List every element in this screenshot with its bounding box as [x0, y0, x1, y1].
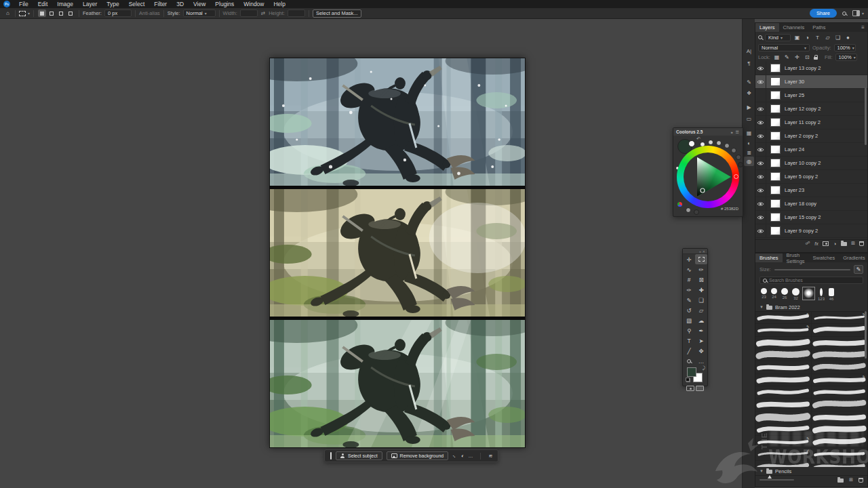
recent-brush-tip[interactable]: 46	[829, 288, 834, 301]
cool-blue-version[interactable]	[270, 58, 525, 186]
layer-thumbnail[interactable]	[770, 186, 781, 195]
layers-tab-paths[interactable]: Paths	[808, 23, 829, 32]
history-brush-tool[interactable]: ↺	[683, 305, 695, 315]
layer-visibility-toggle[interactable]	[755, 62, 766, 75]
layer-visibility-toggle[interactable]	[755, 197, 766, 210]
value-swatch[interactable]	[716, 140, 722, 146]
layer-row[interactable]: Layer 10 copy 2	[755, 157, 867, 170]
layer-row[interactable]: Layer 24	[755, 143, 867, 157]
menu-edit[interactable]: Edit	[33, 0, 53, 8]
fill-input[interactable]: 100%▾	[835, 54, 857, 61]
default-colors-icon[interactable]	[686, 378, 690, 382]
layer-visibility-toggle[interactable]	[755, 116, 766, 129]
lock-pixels-icon[interactable]: ✎	[783, 54, 791, 60]
anti-alias-checkbox-label[interactable]: Anti-alias	[139, 10, 160, 16]
brush-stroke-preview[interactable]: ✎	[812, 312, 868, 324]
brush-stroke-preview[interactable]: ✓	[812, 436, 868, 448]
add-mask-icon[interactable]	[823, 241, 829, 246]
adjustments-panel-icon[interactable]: ◐	[744, 138, 754, 148]
shape-filter-icon[interactable]: ▱	[824, 34, 831, 41]
layer-visibility-toggle[interactable]	[755, 170, 766, 183]
new-brush-group-icon[interactable]	[837, 479, 844, 483]
menu-file[interactable]: File	[14, 0, 33, 8]
gradient-tool[interactable]: ▨	[683, 315, 695, 325]
adjustment-filter-icon[interactable]: ◑	[804, 34, 811, 41]
menu-image[interactable]: Image	[52, 0, 78, 8]
toolbar-grip[interactable]: »✕	[683, 249, 707, 254]
bottom-swatch[interactable]	[694, 209, 699, 215]
edit-toolbar[interactable]: …	[695, 356, 707, 366]
recent-brush-tip[interactable]	[804, 288, 814, 299]
lasso-tool[interactable]: ∿	[683, 264, 695, 274]
taskbar-drag-handle[interactable]	[330, 452, 332, 460]
lock-all-icon[interactable]	[814, 57, 818, 60]
layer-visibility-toggle[interactable]	[755, 129, 766, 142]
select-subject-button[interactable]: Select subject	[336, 451, 382, 460]
brush-stroke-preview[interactable]	[755, 461, 812, 467]
coolorus-panel-icon[interactable]: ◎	[744, 157, 754, 166]
brushes-tab-swatches[interactable]: Swatches	[809, 253, 840, 262]
brush-stroke-preview[interactable]	[812, 411, 868, 424]
recent-brush-tip[interactable]: 123	[818, 288, 825, 301]
menu-layer[interactable]: Layer	[78, 0, 102, 8]
blend-mode-select[interactable]: Normal▾	[758, 44, 810, 52]
histogram-panel-icon[interactable]: ▦	[744, 128, 754, 138]
type-filter-icon[interactable]: T	[814, 34, 821, 41]
search-icon[interactable]	[842, 12, 846, 16]
opacity-input[interactable]: 100%▾	[834, 44, 856, 52]
eyedropper-tool[interactable]: ✑	[683, 285, 695, 295]
brush-stroke-preview[interactable]	[812, 337, 868, 349]
recent-brush-tip[interactable]: 26	[781, 288, 788, 300]
brush-stroke-preview[interactable]	[812, 424, 868, 436]
style-select[interactable]: Normal▾	[183, 9, 216, 17]
layer-thumbnail[interactable]	[770, 104, 781, 113]
workspace-switcher-icon[interactable]	[852, 10, 860, 16]
brush-stroke-preview[interactable]: ✓	[755, 448, 812, 460]
clone-stamp-tool[interactable]: ❏	[695, 295, 707, 305]
brush-stroke-preview[interactable]	[755, 337, 812, 349]
brush-settings-panel-icon[interactable]: ✎	[744, 77, 754, 87]
zoom-tool[interactable]	[683, 356, 695, 366]
brush-stroke-preview[interactable]	[755, 386, 812, 399]
new-adjustment-layer-icon[interactable]: ◑	[832, 241, 837, 246]
brush-size-slider-bottom[interactable]	[760, 479, 794, 481]
transform-icon[interactable]: ↔	[452, 453, 458, 460]
menu-view[interactable]: View	[189, 0, 210, 8]
brush-stroke-preview[interactable]	[812, 386, 868, 399]
glyphs-panel-icon[interactable]: ≣	[744, 148, 754, 157]
line-tool[interactable]: ╱	[683, 346, 695, 356]
quick-mask-button[interactable]	[686, 386, 694, 391]
rgb-mode-icon[interactable]	[677, 202, 682, 207]
select-and-mask-button[interactable]: Select and Mask...	[313, 9, 361, 18]
add-to-selection-button[interactable]	[47, 9, 56, 17]
new-layer-icon[interactable]: ⊞	[850, 241, 856, 246]
dodge-tool[interactable]: ⚲	[683, 325, 695, 336]
swap-colors-icon[interactable]: ⤸	[703, 365, 705, 371]
menu-type[interactable]: Type	[102, 0, 123, 8]
slider-thumb[interactable]	[768, 475, 772, 479]
pixel-filter-icon[interactable]: ▣	[793, 34, 801, 41]
home-icon[interactable]: ⌂	[4, 10, 12, 17]
layer-row[interactable]: Layer 5 copy 2	[755, 170, 867, 184]
brush-stroke-preview[interactable]	[755, 361, 812, 373]
layer-thumbnail[interactable]	[770, 77, 781, 86]
menu-plugins[interactable]: Plugins	[210, 0, 239, 8]
paragraph-panel-icon[interactable]: ¶	[744, 58, 754, 68]
layer-row[interactable]: Layer 9 copy 2	[755, 224, 867, 238]
feather-input[interactable]: 0 px	[104, 9, 132, 17]
new-brush-icon[interactable]: ⊞	[848, 477, 854, 483]
lock-position-icon[interactable]: ✛	[793, 54, 801, 60]
height-input[interactable]	[288, 9, 305, 17]
layer-thumbnail[interactable]	[770, 131, 781, 140]
smudge-tool[interactable]: ☁	[695, 315, 707, 325]
lock-transparent-icon[interactable]: ▦	[773, 54, 781, 60]
remove-background-button[interactable]: Remove background	[387, 451, 449, 460]
brush-stroke-preview[interactable]	[755, 349, 812, 361]
brush-folder-bram[interactable]: ▼ Bram 2022	[755, 303, 867, 311]
layer-row[interactable]: Layer 2 copy 2	[755, 129, 867, 143]
hue-wheel[interactable]	[677, 146, 739, 208]
layer-row[interactable]: Layer 25	[755, 89, 867, 102]
layer-thumbnail[interactable]	[770, 172, 781, 181]
brush-stroke-preview[interactable]: ✎	[755, 324, 812, 336]
layer-row[interactable]: Layer 13 copy 2	[755, 62, 867, 75]
